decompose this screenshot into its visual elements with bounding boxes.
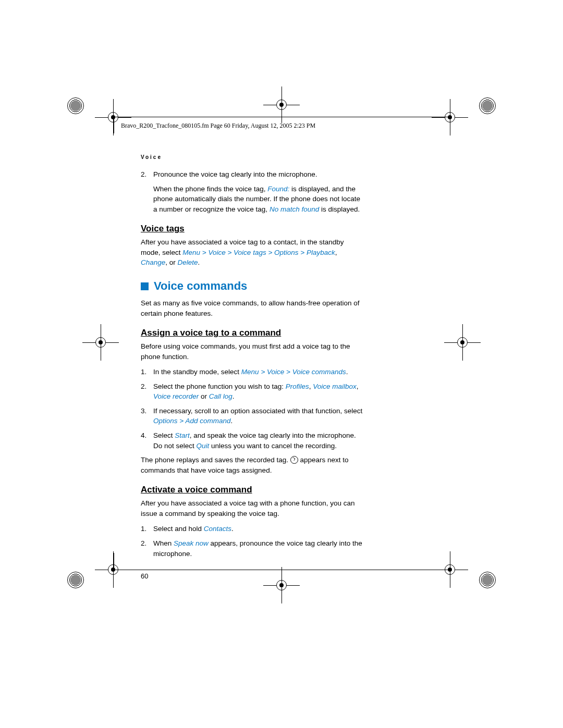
ui-keyword: Profiles [286, 382, 309, 390]
list-number: 1. [141, 367, 146, 377]
frame-line [450, 117, 450, 133]
reg-mark-icon [479, 97, 496, 115]
ui-keyword: Voice recorder [153, 392, 199, 400]
heading-voice-tags: Voice tags [141, 224, 365, 234]
list-number: 1. [141, 524, 146, 534]
frame-line [114, 117, 450, 117]
page-content: Bravo_R200_Tracfone_080105.fm Page 60 Fr… [141, 154, 365, 580]
ui-keyword: Options > Add command [153, 417, 230, 425]
page-number: 60 [141, 572, 365, 580]
heading-voice-commands: Voice commands [141, 279, 365, 293]
list-item: 3. If necessary, scroll to an option ass… [141, 406, 365, 426]
doc-header: Bravo_R200_Tracfone_080105.fm Page 60 Fr… [121, 122, 382, 130]
section-breadcrumb: Voice [141, 154, 365, 160]
heading-activate: Activate a voice command [141, 485, 365, 495]
list-item: 1. In the standby mode, select Menu > Vo… [141, 367, 365, 377]
ui-keyword: Menu > Voice > Voice commands [241, 368, 346, 376]
list-item: 2. Pronounce the voice tag clearly into … [141, 169, 365, 180]
reg-mark-icon [67, 571, 84, 589]
reg-mark-icon [67, 97, 84, 115]
ui-keyword: Start [175, 431, 190, 439]
ui-keyword: Speak now [174, 539, 209, 547]
ui-keyword: Menu > Voice > Voice tags > Options > Pl… [182, 249, 335, 256]
ui-keyword: Voice mailbox [313, 382, 357, 390]
ui-keyword: No match found [270, 205, 319, 213]
list-item: 4. Select Start, and speak the voice tag… [141, 430, 365, 451]
list-number: 2. [141, 381, 146, 392]
list-item: 1. Select and hold Contacts. [141, 524, 365, 534]
cross-mark-icon [95, 99, 131, 135]
ui-keyword: Quit [197, 442, 210, 450]
ui-keyword: Found: [267, 185, 289, 193]
ui-keyword: Call log [209, 392, 232, 400]
reg-mark-icon [479, 571, 496, 589]
paragraph: After you have associated a voice tag wi… [141, 498, 365, 519]
paragraph: The phone replays and saves the recorded… [141, 455, 365, 475]
square-bullet-icon [141, 282, 149, 290]
cross-mark-icon [444, 324, 481, 361]
cross-mark-icon [263, 87, 300, 123]
paragraph: Before using voice commands, you must fi… [141, 341, 365, 362]
list-number: 2. [141, 538, 146, 549]
list-text: Pronounce the voice tag clearly into the… [153, 170, 317, 178]
list-number: 4. [141, 430, 146, 441]
list-item: 2. Select the phone function you wish to… [141, 381, 365, 402]
paragraph: When the phone finds the voice tag, Foun… [141, 184, 365, 215]
cross-mark-icon [82, 324, 119, 361]
list-number: 2. [141, 169, 146, 180]
ui-keyword: Change [141, 258, 165, 266]
frame-line [114, 117, 114, 133]
frame-line [114, 553, 114, 570]
ui-keyword: Delete [178, 258, 198, 266]
list-item: 2. When Speak now appears, pronounce the… [141, 538, 365, 559]
voice-tag-glyph-icon [290, 456, 298, 464]
heading-assign: Assign a voice tag to a command [141, 328, 365, 338]
paragraph: After you have associated a voice tag to… [141, 237, 365, 268]
ui-keyword: Contacts [204, 525, 231, 533]
list-number: 3. [141, 406, 146, 416]
frame-line [450, 553, 450, 570]
paragraph: Set as many as five voice commands, to a… [141, 298, 365, 318]
